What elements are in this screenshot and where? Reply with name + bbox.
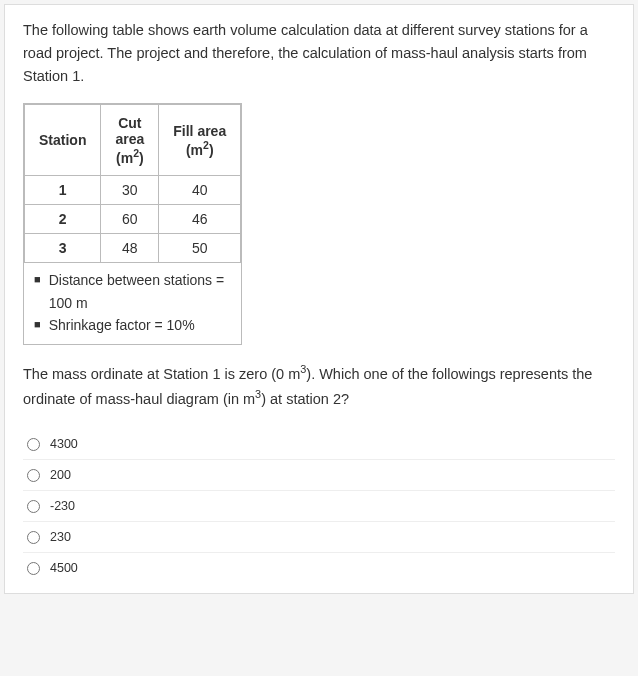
option-item[interactable]: 200 <box>23 460 615 491</box>
note-shrinkage: ■ Shrinkage factor = 10% <box>34 314 231 336</box>
option-label[interactable]: -230 <box>50 499 75 513</box>
bullet-icon: ■ <box>34 269 41 290</box>
radio-input[interactable] <box>27 469 40 482</box>
data-table: Station Cut area (m2) Fill area (m2) 1 3… <box>24 104 241 264</box>
cell-station: 2 <box>25 205 101 234</box>
option-item[interactable]: 230 <box>23 522 615 553</box>
header-cut: Cut area (m2) <box>101 104 159 176</box>
radio-input[interactable] <box>27 562 40 575</box>
cell-cut: 60 <box>101 205 159 234</box>
header-station: Station <box>25 104 101 176</box>
cell-cut: 30 <box>101 176 159 205</box>
bullet-icon: ■ <box>34 314 41 335</box>
radio-input[interactable] <box>27 438 40 451</box>
option-label[interactable]: 200 <box>50 468 71 482</box>
question-text: The mass ordinate at Station 1 is zero (… <box>23 361 615 411</box>
note-distance: ■ Distance between stations = 100 m <box>34 269 231 314</box>
table-row: 3 48 50 <box>25 234 241 263</box>
cell-fill: 40 <box>159 176 241 205</box>
option-item[interactable]: 4500 <box>23 553 615 583</box>
options-list: 4300 200 -230 230 4500 <box>23 429 615 583</box>
cell-station: 3 <box>25 234 101 263</box>
notes: ■ Distance between stations = 100 m ■ Sh… <box>24 263 241 344</box>
table-body: 1 30 40 2 60 46 3 48 50 <box>25 176 241 263</box>
radio-input[interactable] <box>27 500 40 513</box>
table-row: 1 30 40 <box>25 176 241 205</box>
option-label[interactable]: 4300 <box>50 437 78 451</box>
intro-text: The following table shows earth volume c… <box>23 19 615 89</box>
question-container: The following table shows earth volume c… <box>4 4 634 594</box>
data-box: Station Cut area (m2) Fill area (m2) 1 3… <box>23 103 242 346</box>
cell-cut: 48 <box>101 234 159 263</box>
cell-station: 1 <box>25 176 101 205</box>
header-fill: Fill area (m2) <box>159 104 241 176</box>
table-row: 2 60 46 <box>25 205 241 234</box>
option-item[interactable]: -230 <box>23 491 615 522</box>
option-item[interactable]: 4300 <box>23 429 615 460</box>
cell-fill: 46 <box>159 205 241 234</box>
option-label[interactable]: 4500 <box>50 561 78 575</box>
option-label[interactable]: 230 <box>50 530 71 544</box>
cell-fill: 50 <box>159 234 241 263</box>
radio-input[interactable] <box>27 531 40 544</box>
